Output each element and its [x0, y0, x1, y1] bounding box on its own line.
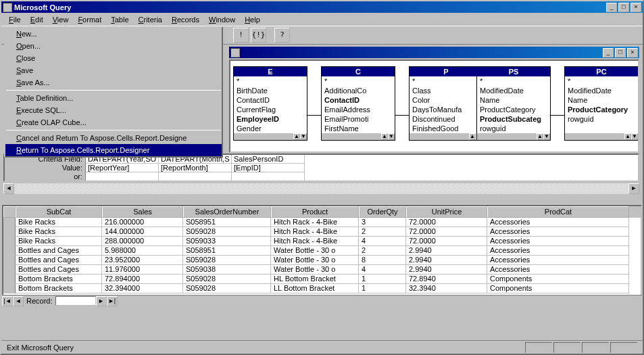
query-minimize-button[interactable]: _	[603, 48, 614, 57]
criteria-column[interactable]: SalesPersonID[EmpID]	[232, 155, 305, 181]
file-menu-item[interactable]: Save As...	[5, 76, 222, 89]
file-menu-item[interactable]: Open...	[5, 40, 222, 52]
table-row[interactable]: Bike Racks288.000000S059033Hitch Rack - …	[3, 237, 641, 246]
scroll-down-icon[interactable]: ▼	[631, 133, 638, 140]
file-menu-item[interactable]: Cancel and Return To Aspose.Cells.Report…	[5, 132, 222, 144]
table-field[interactable]: Name	[477, 95, 550, 105]
criteria-column[interactable]: DATEPART(Month,S[ReportMonth]	[159, 155, 232, 181]
record-input[interactable]	[55, 296, 96, 306]
table-row[interactable]: Bottom Brackets72.894000S059028HL Bottom…	[3, 275, 641, 284]
table-row[interactable]: Bike Racks144.000000S059028Hitch Rack - …	[3, 227, 641, 237]
file-menu-item[interactable]: Save	[5, 64, 222, 76]
record-next-button[interactable]: ►	[96, 296, 107, 306]
table-row[interactable]: Bike Racks216.000000S058951Hitch Rack - …	[3, 218, 641, 227]
toolbar-runall-icon[interactable]: {!}	[251, 28, 266, 43]
criteria-column[interactable]: DATEPART(Year,SO[ReportYear]	[86, 155, 159, 181]
table-field[interactable]: *	[477, 76, 550, 86]
query-close-button[interactable]: ×	[627, 48, 638, 57]
scroll-down-icon[interactable]: ▼	[300, 133, 307, 140]
menu-format[interactable]: Format	[73, 14, 106, 25]
menu-view[interactable]: View	[48, 14, 74, 25]
table-field[interactable]: DaysToManufa	[410, 105, 482, 114]
column-header[interactable]: SalesOrderNumber	[183, 206, 271, 218]
scroll-up-icon[interactable]: ▲	[293, 133, 300, 140]
file-menu-item[interactable]: Close	[5, 52, 222, 64]
table-row[interactable]: Bottom Brackets32.394000S059028LL Bottom…	[3, 284, 641, 293]
table-row[interactable]: Bottles and Cages5.988000S058951Water Bo…	[3, 246, 641, 256]
menu-help[interactable]: Help	[240, 14, 265, 25]
table-field[interactable]: ProductCategory	[565, 105, 638, 114]
table-field[interactable]: *	[322, 76, 395, 86]
scroll-down-icon[interactable]: ▼	[388, 133, 395, 140]
menu-records[interactable]: Records	[167, 14, 204, 25]
table-field[interactable]: *	[234, 76, 307, 86]
table-box-PS[interactable]: PS*ModifiedDateNameProductCategoryProduc…	[476, 66, 551, 141]
close-button[interactable]: ×	[630, 3, 641, 12]
table-row[interactable]: Bottles and Cages11.976000S059038Water B…	[3, 265, 641, 275]
table-box-C[interactable]: C*AdditionalCoContactIDEmailAddressEmail…	[321, 66, 395, 141]
table-field[interactable]: Color	[410, 95, 482, 105]
record-label: Record:	[24, 297, 55, 305]
table-box-P[interactable]: P*ClassColorDaysToManufaDiscontinuedFini…	[409, 66, 483, 141]
scroll-left-icon[interactable]: ◄	[3, 183, 14, 194]
table-field[interactable]: Discontinued	[410, 114, 482, 124]
record-first-button[interactable]: |◄	[2, 296, 13, 306]
table-field[interactable]: rowguid	[565, 114, 638, 124]
menu-table[interactable]: Table	[106, 14, 133, 25]
minimize-button[interactable]: _	[606, 3, 617, 12]
table-field[interactable]: ModifiedDate	[565, 86, 638, 95]
query-maximize-button[interactable]: □	[615, 48, 626, 57]
table-field[interactable]: AdditionalCo	[322, 86, 395, 95]
scroll-down-icon[interactable]: ▼	[543, 133, 550, 140]
table-field[interactable]: BirthDate	[234, 86, 307, 95]
scroll-up-icon[interactable]: ▲	[537, 133, 543, 140]
toolbar-run-icon[interactable]: !	[233, 28, 249, 43]
join-link	[551, 115, 564, 116]
column-header[interactable]: Sales	[102, 206, 183, 218]
column-header[interactable]: OrderQty	[359, 206, 406, 218]
record-prev-button[interactable]: ◄	[13, 296, 24, 306]
file-menu-item[interactable]: Return To Aspose.Cells.Report.Designer	[5, 144, 222, 156]
table-field[interactable]: ProductCategory	[477, 105, 550, 114]
table-field[interactable]: Name	[565, 95, 638, 105]
file-menu-item[interactable]: Execute SQL...	[5, 104, 222, 116]
record-last-button[interactable]: ►|	[107, 296, 118, 306]
table-field[interactable]: EmployeeID	[234, 114, 307, 124]
table-field[interactable]: Class	[410, 86, 482, 95]
table-field[interactable]: rowguid	[477, 124, 550, 133]
scroll-right-icon[interactable]: ►	[628, 183, 639, 194]
toolbar-help-icon[interactable]: ?	[274, 28, 290, 43]
scroll-up-icon[interactable]: ▲	[381, 133, 388, 140]
menu-edit[interactable]: Edit	[26, 14, 48, 25]
table-box-PC[interactable]: PC*ModifiedDateNameProductCategoryrowgui…	[564, 66, 639, 141]
file-menu-item[interactable]: Create OLAP Cube...	[5, 116, 222, 128]
table-field[interactable]: ContactID	[234, 95, 307, 105]
column-header[interactable]: SubCat	[16, 206, 102, 218]
menu-file[interactable]: File	[4, 14, 26, 25]
column-header[interactable]: ProdCat	[487, 206, 629, 218]
column-header[interactable]: UnitPrice	[406, 206, 487, 218]
table-box-E[interactable]: E*BirthDateContactIDCurrentFlagEmployeeI…	[233, 66, 307, 141]
table-field[interactable]: CurrentFlag	[234, 105, 307, 114]
criteria-hscroll[interactable]: ◄ ►	[3, 183, 639, 194]
table-field[interactable]: ProductSubcateg	[477, 114, 550, 124]
tables-pane: E*BirthDateContactIDCurrentFlagEmployeeI…	[229, 60, 639, 153]
table-field[interactable]: ContactID	[322, 95, 395, 105]
file-menu-item[interactable]: New...	[5, 28, 222, 40]
column-header[interactable]: Product	[271, 206, 359, 218]
table-field[interactable]: FirstName	[322, 124, 395, 133]
file-menu-item[interactable]: Table Definition...	[5, 92, 222, 104]
menu-criteria[interactable]: Criteria	[134, 14, 167, 25]
table-field[interactable]: *	[565, 76, 638, 86]
table-field[interactable]: ModifiedDate	[477, 86, 550, 95]
table-field[interactable]: Gender	[234, 124, 307, 133]
menu-window[interactable]: Window	[204, 14, 240, 25]
table-row[interactable]: Bottles and Cages23.952000S059028Water B…	[3, 256, 641, 265]
table-field[interactable]: FinishedGood	[410, 124, 482, 133]
maximize-button[interactable]: □	[618, 3, 629, 12]
scroll-up-icon[interactable]: ▲	[624, 133, 631, 140]
table-field[interactable]: EmailAddress	[322, 105, 395, 114]
table-field[interactable]: *	[410, 76, 482, 86]
scroll-up-icon[interactable]: ▲	[469, 133, 476, 140]
table-field[interactable]: EmailPromoti	[322, 114, 395, 124]
